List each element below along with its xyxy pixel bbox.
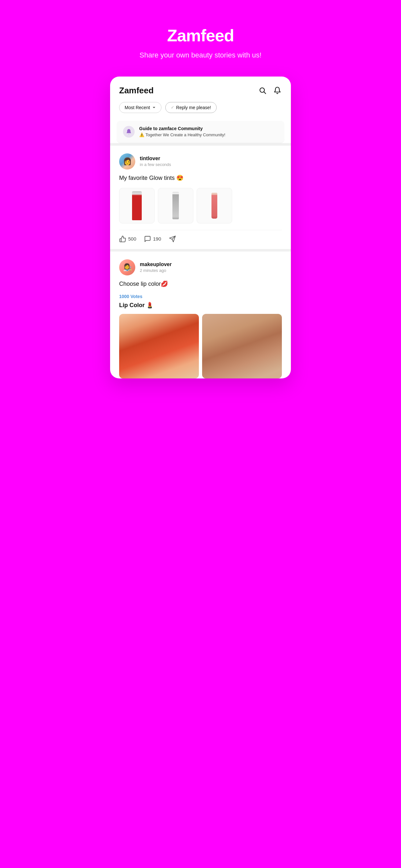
post-1-username: tintlover: [140, 156, 282, 161]
votes-label: 1000 Votes: [119, 294, 282, 299]
app-logo: Zamfeed: [119, 86, 154, 96]
post-1: 👩 tintlover in a few seconds My favorite…: [110, 146, 291, 249]
engagement-bar-1: 500 190: [119, 230, 282, 249]
comment-count: 190: [153, 236, 161, 242]
guide-subtitle: ⚠️ Together We Create a Healthy Communit…: [139, 132, 278, 137]
tint-bottle-1: [132, 191, 142, 220]
like-button[interactable]: 500: [119, 236, 136, 243]
search-icon[interactable]: [258, 86, 267, 95]
sort-filter-label: Most Recent: [125, 105, 150, 110]
lip-color-images: [119, 314, 282, 378]
notification-icon[interactable]: [273, 86, 282, 95]
post-1-header: 👩 tintlover in a few seconds: [119, 153, 282, 169]
hero-section: Zamfeed Share your own beauty stories wi…: [133, 20, 268, 67]
check-icon: ✓: [171, 105, 174, 110]
hero-title: Zamfeed: [140, 26, 261, 45]
post-2-meta: makeuplover 2 minutes ago: [140, 261, 282, 273]
post-1-avatar: 👩: [119, 153, 135, 169]
post-1-time: in a few seconds: [140, 162, 282, 167]
post-2-text: Choose lip color💋: [119, 280, 282, 288]
filter-bar: Most Recent ✓ Reply me please!: [110, 102, 291, 121]
lip-color-red[interactable]: [119, 314, 199, 378]
share-button[interactable]: [169, 236, 176, 243]
makeuplover-avatar-image: 👩‍🎨: [119, 259, 135, 275]
comment-button[interactable]: 190: [144, 236, 161, 243]
hero-subtitle: Share your own beauty stories with us!: [140, 51, 261, 60]
sort-filter-button[interactable]: Most Recent: [119, 102, 161, 113]
post-2-time: 2 minutes ago: [140, 268, 282, 273]
like-count: 500: [128, 236, 136, 242]
header-icons: [258, 86, 282, 95]
tint-bottle-3: [212, 193, 217, 219]
lip-color-nude[interactable]: [202, 314, 282, 378]
guide-text: Guide to zamface Community ⚠️ Together W…: [139, 126, 278, 137]
post-1-meta: tintlover in a few seconds: [140, 156, 282, 167]
app-card: Zamfeed Most Recent ✓: [110, 76, 291, 378]
svg-line-1: [264, 92, 266, 94]
post-2-header: 👩‍🎨 makeuplover 2 minutes ago: [119, 259, 282, 275]
tint-bottle-2: [173, 192, 179, 219]
bell-icon: [123, 126, 135, 137]
product-image-2[interactable]: [158, 188, 193, 223]
guide-banner[interactable]: Guide to zamface Community ⚠️ Together W…: [117, 121, 284, 143]
product-image-3[interactable]: [197, 188, 232, 223]
reply-filter-button[interactable]: ✓ Reply me please!: [165, 102, 217, 113]
app-header: Zamfeed: [110, 76, 291, 102]
product-images: [119, 188, 282, 223]
reply-filter-label: Reply me please!: [176, 105, 211, 110]
poll-title: Lip Color 💄: [119, 302, 282, 309]
post-2-username: makeuplover: [140, 261, 282, 268]
guide-title: Guide to zamface Community: [139, 126, 278, 131]
tintlover-avatar-image: 👩: [119, 153, 135, 169]
post-2: 👩‍🎨 makeuplover 2 minutes ago Choose lip…: [110, 252, 291, 378]
post-2-avatar: 👩‍🎨: [119, 259, 135, 275]
post-1-text: My favorite Glow tints 😍: [119, 174, 282, 182]
product-image-1[interactable]: [119, 188, 155, 223]
section-divider-2: [110, 249, 291, 252]
section-divider: [110, 143, 291, 146]
